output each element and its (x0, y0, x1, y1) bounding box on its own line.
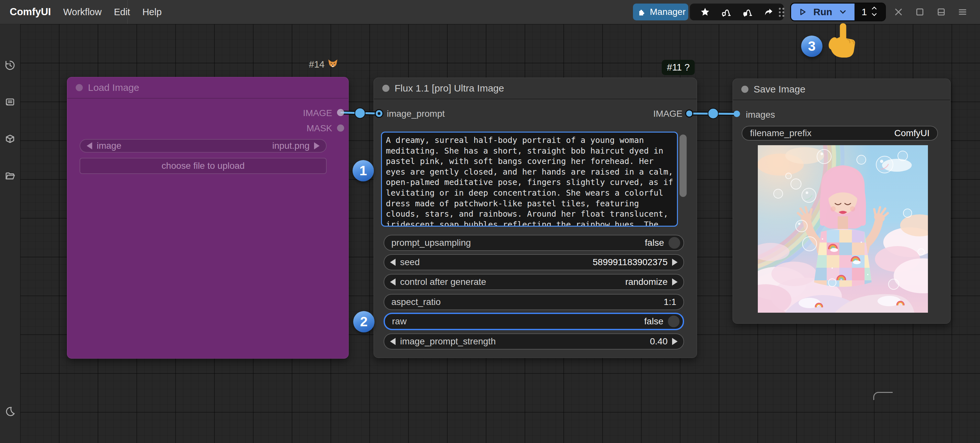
widget-value: 589991183902375 (593, 257, 668, 267)
widget-prompt-upsampling[interactable]: prompt_upsampling false (383, 235, 684, 251)
run-label: Run (813, 6, 832, 17)
widget-aspect-ratio[interactable]: aspect_ratio 1:1 (383, 294, 684, 310)
toggle-knob[interactable] (668, 237, 680, 249)
workflow-history-icon[interactable] (5, 60, 16, 71)
batch-spinner-icons[interactable] (871, 5, 878, 19)
model-library-icon[interactable] (5, 133, 16, 144)
prev-arrow-icon[interactable] (87, 142, 92, 149)
node-load-image[interactable]: Load Image IMAGE MASK image input.png ch… (67, 77, 348, 359)
annotation-step-2: 2 (353, 311, 374, 332)
widget-raw[interactable]: raw false (383, 313, 684, 330)
increment-arrow-icon[interactable] (672, 278, 678, 286)
node-title: Load Image (88, 82, 139, 93)
manager-button[interactable]: Manager (633, 3, 688, 21)
input-label-image-prompt: image_prompt (387, 106, 445, 122)
node-ref-badge-flux: #11 ? (662, 60, 695, 75)
decrement-arrow-icon[interactable] (390, 278, 396, 286)
widget-label: control after generate (400, 277, 486, 287)
choose-file-button[interactable]: choose file to upload (80, 158, 327, 174)
puzzle-icon (636, 6, 646, 17)
prompt-scrollbar-thumb[interactable] (679, 135, 687, 197)
top-menubar: ComfyUI Workflow Edit Help Manager (0, 0, 980, 24)
widget-image-prompt-strength[interactable]: image_prompt_strength 0.40 (383, 333, 684, 349)
widget-value: false (645, 238, 664, 248)
widget-value: 1:1 (664, 297, 676, 307)
run-controls: Run 1 (790, 3, 886, 21)
node-collapse-dot[interactable] (76, 84, 83, 91)
widget-label: filename_prefix (750, 128, 811, 138)
batch-count-stepper[interactable]: 1 (854, 3, 885, 21)
combo-label: image (97, 141, 121, 151)
favorite-star-icon[interactable] (700, 6, 711, 17)
fox-emoji (328, 59, 338, 70)
menu-workflow[interactable]: Workflow (63, 7, 102, 17)
badge-text: #14 (309, 59, 325, 70)
input-label-images: images (746, 107, 775, 123)
node-flux-header[interactable]: Flux 1.1 [pro] Ultra Image (374, 78, 697, 99)
toolbar-drag-handle[interactable] (779, 8, 786, 17)
play-icon (797, 6, 808, 17)
batch-count-value: 1 (862, 6, 867, 17)
toggle-knob[interactable] (668, 316, 679, 327)
decrement-arrow-icon[interactable] (390, 259, 396, 266)
output-label-image: IMAGE (303, 105, 332, 121)
widget-seed[interactable]: seed 589991183902375 (383, 254, 684, 270)
menu-icon[interactable] (957, 6, 968, 17)
widget-label: seed (400, 257, 420, 267)
workflows-folder-icon[interactable] (5, 170, 16, 181)
maximize-icon[interactable] (914, 6, 925, 17)
run-options-chevron-icon[interactable] (837, 6, 848, 17)
increment-arrow-icon[interactable] (672, 338, 678, 345)
widget-value: ComfyUI (894, 128, 929, 138)
prompt-textarea[interactable]: A dreamy, surreal half-body portrait of … (381, 132, 678, 227)
node-flux-ultra-image[interactable]: Flux 1.1 [pro] Ultra Image image_prompt … (374, 78, 697, 358)
left-sidebar: ⚙ (0, 24, 21, 443)
node-collapse-dot[interactable] (741, 86, 748, 93)
widget-value: randomize (625, 277, 668, 287)
comfyui-app: ComfyUI Workflow Edit Help Manager (0, 0, 980, 443)
menu-help[interactable]: Help (142, 7, 162, 17)
widget-value: 0.40 (650, 336, 668, 347)
node-save-image[interactable]: Save Image images filename_prefix ComfyU… (733, 79, 951, 324)
output-label-mask: MASK (307, 120, 332, 137)
combo-value: input.png (272, 141, 310, 151)
node-title: Flux 1.1 [pro] Ultra Image (395, 83, 504, 94)
widget-control-after-generate[interactable]: control after generate randomize (383, 274, 684, 290)
output-label-image: IMAGE (653, 106, 682, 122)
partial-hidden-node-corner (873, 392, 892, 400)
topbar-divider (127, 0, 128, 24)
node-ref-badge-load: #14 (309, 59, 338, 70)
manager-label: Manager (650, 7, 686, 17)
widget-label: aspect_ratio (391, 297, 441, 307)
main-menus: ComfyUI Workflow Edit Help (0, 0, 162, 24)
widget-label: prompt_upsampling (391, 238, 471, 248)
node-library-icon[interactable] (5, 97, 16, 108)
annotation-step-3: 3 (801, 36, 822, 57)
pointing-up-hand-icon (826, 21, 859, 63)
increment-arrow-icon[interactable] (672, 259, 678, 266)
widget-filename-prefix[interactable]: filename_prefix ComfyUI (741, 126, 938, 141)
clean-workflow-icon[interactable] (721, 6, 732, 17)
annotation-step-1: 1 (353, 160, 374, 181)
theme-toggle-moon-icon[interactable] (5, 406, 16, 417)
node-collapse-dot[interactable] (382, 85, 390, 92)
widget-label: raw (392, 316, 407, 327)
node-load-image-header[interactable]: Load Image (67, 77, 348, 98)
share-icon[interactable] (763, 6, 774, 17)
node-save-header[interactable]: Save Image (733, 79, 950, 100)
clean-workflow-alt-icon[interactable] (742, 6, 753, 17)
dock-bottom-icon[interactable] (936, 6, 947, 17)
generated-image-preview (758, 145, 928, 313)
close-icon[interactable] (893, 6, 904, 17)
prompt-text: A dreamy, surreal half-body portrait of … (386, 135, 673, 227)
run-button[interactable]: Run (791, 3, 854, 21)
widget-value: false (644, 316, 663, 327)
app-logo: ComfyUI (10, 6, 51, 18)
quick-actions-pill (690, 3, 784, 21)
image-combo-widget[interactable]: image input.png (80, 139, 327, 152)
decrement-arrow-icon[interactable] (390, 338, 396, 345)
node-title: Save Image (754, 84, 805, 95)
next-arrow-icon[interactable] (314, 142, 320, 149)
widget-label: image_prompt_strength (400, 336, 496, 347)
